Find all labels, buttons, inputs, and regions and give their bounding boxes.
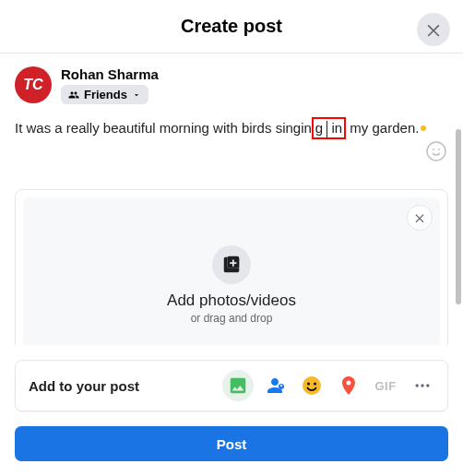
user-name: Rohan Sharma xyxy=(61,66,159,82)
scrollbar[interactable] xyxy=(456,129,461,304)
svg-point-2 xyxy=(438,149,440,150)
grammar-indicator-icon xyxy=(421,125,426,131)
svg-point-9 xyxy=(314,383,316,386)
add-to-post-label: Add to your post xyxy=(29,378,139,394)
create-post-modal: Create post TC Rohan Sharma Friends It w… xyxy=(0,0,463,476)
media-close-button[interactable] xyxy=(407,205,433,231)
add-to-post-bar: Add to your post GIF xyxy=(15,360,448,411)
svg-point-12 xyxy=(426,384,429,387)
cursor-highlight: g in xyxy=(312,117,346,139)
photo-icon xyxy=(228,375,248,396)
close-icon xyxy=(413,211,426,224)
post-button-label: Post xyxy=(217,436,247,452)
add-photo-icon xyxy=(221,255,242,275)
media-title: Add photos/videos xyxy=(167,292,296,310)
composer-text-before: It was a really beautiful morning with b… xyxy=(15,119,312,137)
media-dropzone[interactable]: Add photos/videos or drag and drop xyxy=(23,197,440,345)
user-meta: Rohan Sharma Friends xyxy=(61,66,159,104)
svg-point-11 xyxy=(421,384,423,387)
post-button[interactable]: Post xyxy=(15,426,448,461)
post-text-input[interactable]: It was a really beautiful morning with b… xyxy=(15,117,448,163)
modal-body: TC Rohan Sharma Friends It was a really … xyxy=(0,54,463,345)
composer-text-after: my garden. xyxy=(346,119,419,137)
gif-button[interactable]: GIF xyxy=(374,374,398,398)
smile-icon xyxy=(425,140,447,162)
modal-header: Create post xyxy=(0,0,463,54)
close-button[interactable] xyxy=(417,13,450,46)
location-icon xyxy=(338,375,360,397)
modal-title: Create post xyxy=(181,16,282,37)
svg-point-7 xyxy=(303,376,321,395)
media-subtitle: or drag and drop xyxy=(191,312,273,325)
media-upload-area: Add photos/videos or drag and drop xyxy=(15,189,448,345)
more-options-button[interactable] xyxy=(410,374,434,398)
svg-point-8 xyxy=(307,383,310,386)
more-icon xyxy=(413,376,432,395)
audience-label: Friends xyxy=(84,88,127,101)
person-icon xyxy=(264,375,286,397)
svg-point-10 xyxy=(416,384,419,387)
close-icon xyxy=(424,20,443,39)
add-photo-button[interactable] xyxy=(226,374,250,398)
avatar[interactable]: TC xyxy=(15,66,52,103)
tag-people-button[interactable] xyxy=(263,374,287,398)
add-to-post-icons: GIF xyxy=(226,374,434,398)
feeling-button[interactable] xyxy=(300,374,324,398)
media-upload-icon-wrap xyxy=(212,245,251,284)
svg-point-0 xyxy=(427,142,445,161)
user-row: TC Rohan Sharma Friends xyxy=(15,66,448,104)
friends-icon xyxy=(68,89,79,101)
audience-selector[interactable]: Friends xyxy=(61,85,148,104)
check-in-button[interactable] xyxy=(337,374,361,398)
caret-down-icon xyxy=(132,90,141,100)
emoji-picker-button[interactable] xyxy=(424,139,448,163)
feeling-icon xyxy=(301,375,323,397)
svg-point-1 xyxy=(433,149,434,150)
